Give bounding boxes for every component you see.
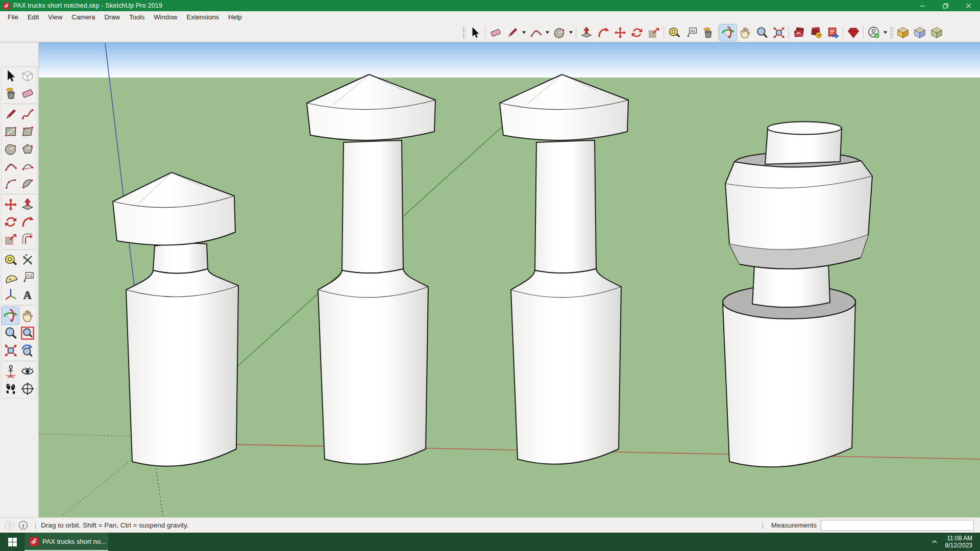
rectangle-tool[interactable] [2, 123, 19, 140]
arc-tool-dropdown[interactable] [544, 24, 551, 41]
push-pull-tool[interactable] [19, 196, 36, 213]
eraser-tool-button[interactable] [487, 24, 504, 41]
tape-measure-tool-button[interactable] [666, 24, 682, 41]
make-component-tool[interactable] [19, 67, 36, 85]
model-pawn-short[interactable] [113, 172, 238, 466]
select-tool-button[interactable] [467, 24, 483, 41]
paint-bucket-tool-button[interactable] [699, 24, 716, 41]
orbit-icon [4, 309, 18, 323]
measurements-input[interactable] [821, 520, 974, 531]
iso-view-3-button[interactable] [928, 24, 945, 41]
share-model-icon [810, 26, 823, 39]
start-button[interactable] [0, 533, 24, 551]
walk-tool[interactable] [2, 380, 19, 397]
account-dropdown[interactable] [882, 24, 889, 41]
scale-tool[interactable] [2, 231, 19, 248]
pan-tool-button[interactable] [737, 24, 753, 41]
scene-canvas[interactable] [39, 42, 980, 517]
position-camera-tool[interactable] [2, 363, 19, 380]
polygon-tool[interactable] [19, 140, 36, 158]
menu-file[interactable]: File [3, 12, 23, 22]
menu-camera[interactable]: Camera [67, 12, 100, 22]
toolbar-separator [718, 26, 718, 39]
arc-tool-button[interactable] [527, 24, 544, 41]
menu-view[interactable]: View [43, 12, 67, 22]
pie-tool[interactable] [19, 175, 36, 192]
scale-tool-button[interactable] [645, 24, 662, 41]
zoom-extents-tool[interactable] [2, 342, 19, 359]
close-button[interactable] [957, 0, 980, 11]
3d-text-tool[interactable] [19, 286, 36, 304]
minimize-button[interactable] [911, 0, 934, 11]
zoom-tool[interactable] [2, 324, 19, 342]
restore-button[interactable] [934, 0, 957, 11]
rotated-rectangle-tool[interactable] [19, 123, 36, 140]
line-tool-dropdown[interactable] [521, 24, 527, 41]
generate-report-button[interactable] [824, 24, 841, 41]
account-button[interactable] [865, 24, 882, 41]
chevron-down-icon [569, 30, 573, 35]
shapes-tool-button[interactable] [551, 24, 568, 41]
freehand-tool[interactable] [19, 106, 36, 123]
3d-warehouse-button[interactable] [791, 24, 807, 41]
text-tool[interactable] [19, 269, 36, 286]
paint-bucket-icon [701, 26, 715, 39]
follow-me-icon [20, 215, 35, 229]
turn-compass-tool[interactable] [19, 380, 36, 397]
menu-draw[interactable]: Draw [100, 12, 125, 22]
taskbar-app-sketchup[interactable]: PAX trucks short no... [24, 533, 108, 551]
menu-extensions[interactable]: Extensions [182, 12, 224, 22]
line-tool-button[interactable] [504, 24, 521, 41]
tray-clock[interactable]: 11:08 AM 8/12/2023 [942, 535, 977, 549]
offset-tool[interactable] [19, 231, 36, 248]
select-tool[interactable] [2, 67, 19, 85]
menu-edit[interactable]: Edit [23, 12, 43, 22]
toolbar-grip[interactable] [890, 26, 893, 39]
pan-tool[interactable] [19, 307, 36, 324]
hidden-icons-chevron[interactable] [927, 539, 942, 545]
context-info-icon[interactable]: i [19, 521, 28, 530]
extension-warehouse-button[interactable] [845, 24, 862, 41]
circle-tool[interactable] [2, 140, 19, 158]
move-tool[interactable] [2, 196, 19, 213]
look-around-tool[interactable] [19, 363, 36, 380]
paint-bucket-tool[interactable] [2, 85, 19, 102]
menu-window[interactable]: Window [149, 12, 182, 22]
follow-me-tool[interactable] [19, 213, 36, 231]
arc-tool[interactable] [2, 158, 19, 175]
orbit-tool-button[interactable] [720, 24, 737, 41]
iso-view-2-button[interactable] [911, 24, 928, 41]
two-point-arc-tool[interactable] [19, 158, 36, 175]
share-model-button[interactable] [807, 24, 824, 41]
iso-view-1-button[interactable] [894, 24, 911, 41]
push-pull-tool-button[interactable] [578, 24, 595, 41]
geolocation-icon[interactable]: ? [5, 521, 14, 530]
toolbar-grip[interactable] [462, 26, 465, 39]
follow-me-tool-button[interactable] [595, 24, 611, 41]
protractor-tool[interactable] [2, 269, 19, 286]
iso-cube-blue-icon [913, 26, 926, 39]
rotate-tool[interactable] [2, 213, 19, 231]
zoom-window-tool[interactable] [19, 324, 36, 342]
orbit-tool[interactable] [2, 307, 19, 324]
rotate-tool-button[interactable] [628, 24, 645, 41]
move-tool-button[interactable] [611, 24, 628, 41]
zoom-previous-tool[interactable] [19, 342, 36, 359]
chevron-down-icon [883, 30, 888, 35]
zoom-icon [755, 26, 769, 39]
eraser-tool[interactable] [19, 85, 36, 102]
shapes-tool-dropdown[interactable] [568, 24, 574, 41]
palette-separator [3, 361, 36, 361]
menu-tools[interactable]: Tools [125, 12, 149, 22]
line-tool[interactable] [2, 106, 19, 123]
dimensions-tool[interactable] [19, 252, 36, 269]
menu-help[interactable]: Help [224, 12, 247, 22]
three-point-arc-tool[interactable] [2, 175, 19, 192]
zoom-tool-button[interactable] [753, 24, 770, 41]
tape-measure-tool[interactable] [2, 252, 19, 269]
chevron-down-icon [522, 30, 526, 35]
text-tool-button[interactable] [682, 24, 699, 41]
zoom-extents-button[interactable] [770, 24, 787, 41]
axes-tool[interactable] [2, 286, 19, 304]
modeling-viewport[interactable] [38, 42, 980, 517]
